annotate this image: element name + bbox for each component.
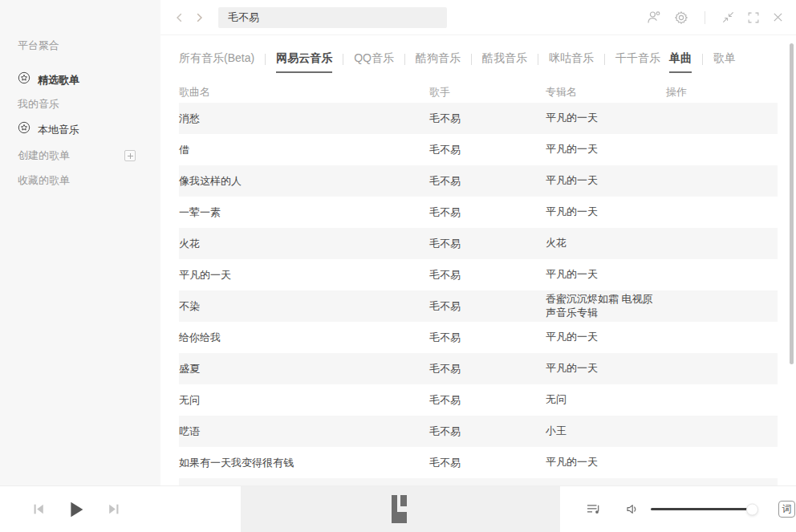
album-cell: 平凡的一天: [546, 112, 666, 125]
album-cell: 小王: [546, 424, 666, 438]
next-track-button[interactable]: [107, 502, 120, 516]
header-album: 专辑名: [546, 86, 666, 99]
star-circle-icon: [18, 71, 30, 89]
tab-migu[interactable]: 咪咕音乐: [549, 51, 594, 71]
album-cell: 平凡的一天: [546, 174, 666, 188]
tab-netease[interactable]: 网易云音乐: [276, 51, 332, 73]
previous-track-button[interactable]: [32, 502, 46, 516]
close-button[interactable]: [772, 11, 784, 23]
table-row[interactable]: 消愁 毛不易 平凡的一天: [179, 103, 778, 134]
album-cell: 平凡的一天: [546, 143, 666, 156]
song-name-cell: 一荤一素: [179, 205, 429, 220]
tab-playlists[interactable]: 歌单: [713, 51, 736, 71]
header-operations: 操作: [666, 85, 778, 99]
tab-separator: [604, 54, 605, 65]
now-playing-panel: [241, 486, 560, 532]
search-input[interactable]: [218, 7, 447, 28]
star-circle-icon: [18, 121, 30, 139]
play-button[interactable]: [67, 500, 86, 519]
tab-qq[interactable]: QQ音乐: [354, 51, 394, 71]
table-row[interactable]: 借 毛不易 平凡的一天: [179, 134, 778, 165]
table-row[interactable]: 无问 毛不易 无问: [179, 384, 778, 416]
tab-separator: [538, 54, 538, 65]
artist-cell: 毛不易: [429, 331, 546, 345]
tab-kuwo[interactable]: 酷我音乐: [482, 51, 527, 71]
plus-icon: [127, 152, 134, 160]
compress-window-icon: [721, 10, 735, 24]
table-row[interactable]: 一荤一素 毛不易 平凡的一天: [179, 197, 778, 228]
lyrics-button[interactable]: 词: [778, 501, 795, 518]
tab-qianqian[interactable]: 千千音乐: [615, 51, 660, 71]
song-name-cell: 火花: [179, 237, 429, 251]
song-name-cell: 不染: [179, 299, 429, 314]
back-button[interactable]: [170, 8, 189, 27]
tab-single-songs[interactable]: 单曲: [669, 51, 692, 73]
next-track-icon: [107, 502, 120, 516]
forward-button[interactable]: [189, 8, 209, 27]
settings-button[interactable]: [674, 10, 688, 25]
volume-slider-knob[interactable]: [746, 503, 758, 515]
sidebar-header-label: 收藏的歌单: [18, 173, 70, 189]
tab-separator: [404, 54, 405, 65]
result-mode-tabs: 单曲 歌单: [669, 51, 736, 73]
volume-slider[interactable]: [651, 508, 757, 510]
window-controls-divider: [705, 11, 705, 24]
table-row[interactable]: 不染 毛不易 香蜜沉沉烬如霜 电视原声音乐专辑: [179, 290, 778, 322]
artist-cell: 毛不易: [429, 174, 546, 189]
tab-kugou[interactable]: 酷狗音乐: [416, 51, 461, 71]
album-cell: 平凡的一天: [546, 205, 666, 219]
song-name-cell: 消愁: [179, 112, 429, 126]
volume-icon: [625, 502, 640, 517]
table-row[interactable]: 呓语 毛不易 小王: [179, 416, 778, 447]
album-cell: 火花: [546, 237, 666, 250]
main-area: 所有音乐(Beta) 网易云音乐 QQ音乐 酷狗音乐 酷我音乐 咪咕音乐 千千音…: [160, 0, 796, 485]
add-playlist-button[interactable]: [124, 150, 136, 161]
table-row[interactable]: 平凡的一天 毛不易 平凡的一天: [179, 259, 778, 290]
table-row[interactable]: 给你给我 毛不易 平凡的一天: [179, 322, 778, 353]
listen1-window: 平台聚合 精选歌单 我的音乐: [0, 0, 796, 532]
tab-all-music[interactable]: 所有音乐(Beta): [179, 51, 254, 71]
fullscreen-button[interactable]: [747, 11, 760, 24]
table-row[interactable]: 盛夏 毛不易 平凡的一天: [179, 353, 778, 384]
playlist-icon: [586, 502, 601, 517]
play-icon: [67, 500, 86, 519]
sidebar-item-local-music[interactable]: 本地音乐: [18, 122, 160, 138]
user-icon: [647, 10, 662, 25]
compress-window-button[interactable]: [721, 10, 735, 24]
sidebar-item-label: 本地音乐: [38, 122, 79, 138]
volume-button[interactable]: [625, 502, 640, 517]
scrollbar-thumb[interactable]: [790, 43, 794, 364]
artist-cell: 毛不易: [429, 268, 546, 282]
sidebar-item-featured-playlists[interactable]: 精选歌单: [18, 72, 160, 88]
table-row[interactable]: 如果有一天我变得很有钱 毛不易 平凡的一天: [179, 447, 778, 478]
song-name-cell: 无问: [179, 393, 429, 408]
artist-cell: 毛不易: [429, 205, 546, 220]
table-row[interactable]: 像我这样的人 毛不易 平凡的一天: [179, 165, 778, 197]
artist-cell: 毛不易: [429, 362, 546, 376]
tab-separator: [471, 54, 472, 65]
close-icon: [772, 11, 784, 23]
sidebar: 平台聚合 精选歌单 我的音乐: [0, 0, 160, 485]
playlist-button[interactable]: [586, 502, 601, 517]
table-row[interactable]: 火花 毛不易 火花: [179, 228, 778, 259]
album-cell: 平凡的一天: [546, 362, 666, 376]
tab-separator: [702, 54, 703, 65]
player-right-controls: 词: [560, 486, 796, 532]
sidebar-row-created-playlists: 创建的歌单: [18, 148, 160, 164]
chevron-left-icon: [173, 11, 186, 24]
song-name-cell: 像我这样的人: [179, 174, 429, 189]
album-cell: 平凡的一天: [546, 268, 666, 282]
listen1-logo: [392, 495, 410, 523]
artist-cell: 毛不易: [429, 456, 546, 470]
content-area: 所有音乐(Beta) 网易云音乐 QQ音乐 酷狗音乐 酷我音乐 咪咕音乐 千千音…: [160, 35, 796, 485]
user-button[interactable]: [647, 10, 662, 25]
artist-cell: 毛不易: [429, 237, 546, 251]
table-header: 歌曲名 歌手 专辑名 操作: [179, 82, 778, 103]
tab-separator: [265, 54, 266, 65]
artist-cell: 毛不易: [429, 393, 546, 408]
tab-separator: [343, 54, 343, 65]
player-controls: [0, 486, 241, 532]
artist-cell: 毛不易: [429, 112, 546, 126]
sidebar-header-label: 我的音乐: [18, 96, 59, 112]
previous-track-icon: [32, 502, 46, 516]
